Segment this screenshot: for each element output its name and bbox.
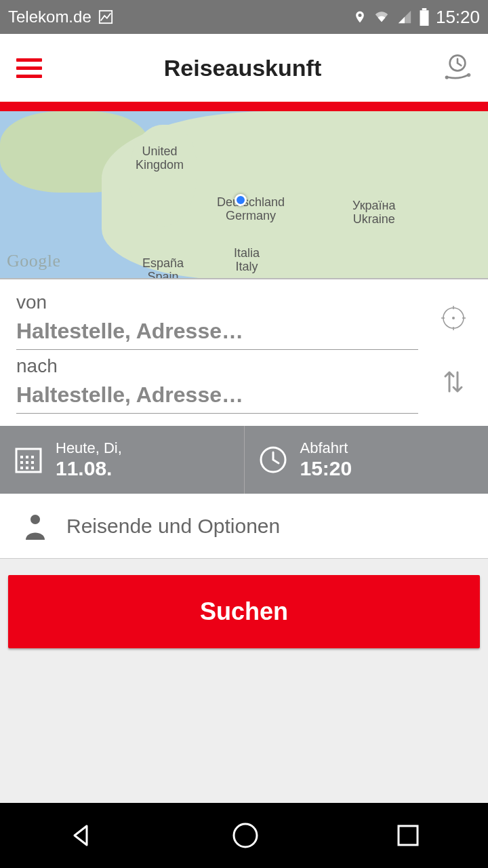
accent-strip <box>0 102 488 111</box>
svg-rect-3 <box>422 8 427 10</box>
picture-icon <box>98 9 113 24</box>
history-icon[interactable] <box>443 54 472 82</box>
date-picker[interactable]: Heute, Di, 11.08. <box>0 426 245 494</box>
svg-rect-22 <box>31 467 34 469</box>
time-picker[interactable]: Abfahrt 15:20 <box>245 426 489 494</box>
svg-rect-19 <box>31 461 34 464</box>
map-label-es: España Spain <box>142 257 184 279</box>
svg-rect-20 <box>20 467 23 469</box>
map-label-uk: United Kingdom <box>136 145 184 172</box>
map-label-de: Deutschland Germany <box>217 196 285 223</box>
from-input[interactable] <box>16 316 418 350</box>
map-attribution: Google <box>7 251 61 271</box>
carrier-label: Telekom.de <box>8 7 92 26</box>
svg-rect-18 <box>26 461 28 464</box>
to-label: nach <box>16 355 435 377</box>
recent-apps-button[interactable] <box>396 823 420 848</box>
battery-icon <box>418 8 430 26</box>
map-label-ua: Україна Ukraine <box>352 199 395 226</box>
calendar-icon <box>14 445 43 475</box>
to-input[interactable] <box>16 380 418 414</box>
svg-point-8 <box>452 317 455 319</box>
svg-point-25 <box>234 824 257 847</box>
svg-rect-21 <box>26 467 28 469</box>
svg-point-1 <box>358 14 361 17</box>
svg-rect-2 <box>420 10 428 26</box>
route-inputs: von nach <box>0 279 488 426</box>
map-label-it: Italia Italy <box>234 247 260 274</box>
person-icon <box>23 513 47 540</box>
status-bar: Telekom.de 15:20 <box>0 0 488 34</box>
location-pin-icon <box>353 8 367 26</box>
signal-icon <box>396 9 413 24</box>
current-location-dot <box>235 194 247 206</box>
time-label: Abfahrt <box>300 439 352 457</box>
svg-rect-26 <box>399 826 418 845</box>
svg-rect-14 <box>20 456 23 458</box>
search-button[interactable]: Suchen <box>8 575 480 648</box>
home-button[interactable] <box>230 821 260 850</box>
map-view[interactable]: United Kingdom Deutschland Germany Украї… <box>0 111 488 279</box>
status-time: 15:20 <box>436 7 480 28</box>
swap-button[interactable] <box>435 366 472 398</box>
from-label: von <box>16 292 435 313</box>
svg-rect-16 <box>31 456 34 458</box>
date-value: 11.08. <box>56 457 122 480</box>
menu-button[interactable] <box>16 58 42 78</box>
android-nav-bar <box>0 803 488 868</box>
svg-rect-17 <box>20 461 23 464</box>
datetime-bar: Heute, Di, 11.08. Abfahrt 15:20 <box>0 426 488 494</box>
wifi-icon <box>372 9 391 24</box>
locate-button[interactable] <box>435 304 472 332</box>
page-title: Reiseauskunft <box>164 55 321 81</box>
svg-rect-15 <box>26 456 28 458</box>
clock-icon <box>258 445 288 475</box>
options-label: Reisende und Optionen <box>66 515 280 538</box>
date-label: Heute, Di, <box>56 439 122 457</box>
back-button[interactable] <box>68 822 95 849</box>
travelers-options-button[interactable]: Reisende und Optionen <box>0 494 488 559</box>
time-value: 15:20 <box>300 457 352 480</box>
app-header: Reiseauskunft <box>0 34 488 102</box>
search-area: Suchen <box>0 559 488 665</box>
svg-point-24 <box>30 515 40 524</box>
